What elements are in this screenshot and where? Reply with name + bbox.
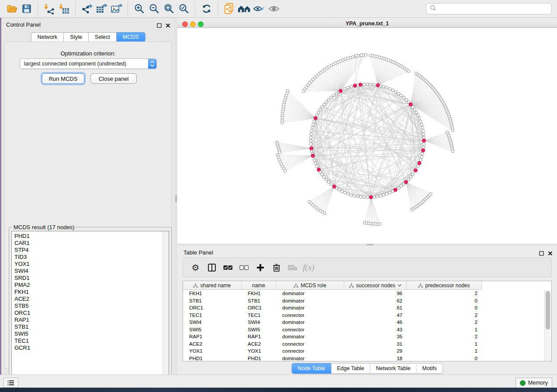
leaf-node[interactable]: [284, 169, 287, 172]
ring-node[interactable]: [394, 90, 397, 93]
ring-node[interactable]: [309, 139, 312, 142]
unselect-all-columns-icon[interactable]: [236, 260, 252, 275]
ring-node[interactable]: [325, 178, 328, 181]
ring-node[interactable]: [422, 143, 426, 146]
ring-node[interactable]: [310, 130, 313, 133]
mcds-result-item[interactable]: SWI4: [12, 268, 163, 275]
mcds-result-item[interactable]: PMA2: [12, 282, 163, 289]
ring-node[interactable]: [418, 117, 421, 120]
import-table-icon[interactable]: [57, 2, 72, 16]
table-row[interactable]: RAP1RAP1dominator352: [183, 333, 545, 340]
ring-node[interactable]: [416, 165, 419, 168]
mcds-result-list[interactable]: PHD1CAR1STP4TID3YOX1SWI4SRD1PMA2FKH1ACE2…: [11, 231, 169, 388]
ring-node[interactable]: [369, 83, 372, 86]
ring-node[interactable]: [397, 186, 400, 189]
ring-node[interactable]: [422, 136, 426, 139]
clone-network-icon[interactable]: [222, 2, 237, 16]
ring-node[interactable]: [419, 158, 422, 162]
zoom-fit-icon[interactable]: [162, 2, 176, 16]
ring-node[interactable]: [382, 85, 385, 88]
ring-node[interactable]: [422, 146, 425, 149]
ring-node[interactable]: [335, 92, 338, 95]
ring-node[interactable]: [420, 155, 423, 158]
table-row[interactable]: PHD1PHD1dominator180: [183, 355, 545, 362]
ring-node[interactable]: [314, 162, 317, 165]
ring-node[interactable]: [388, 191, 391, 194]
ring-node[interactable]: [413, 108, 416, 111]
column-header-name[interactable]: name: [242, 281, 276, 290]
ring-node[interactable]: [421, 152, 424, 155]
leaf-node[interactable]: [323, 212, 326, 215]
export-network-icon[interactable]: [80, 2, 94, 16]
mcds-hub-node[interactable]: [422, 149, 425, 152]
refresh-icon[interactable]: [199, 2, 214, 16]
ring-node[interactable]: [343, 191, 346, 194]
ring-node[interactable]: [385, 193, 388, 196]
export-image-icon[interactable]: [109, 2, 124, 16]
open-session-icon[interactable]: [4, 2, 19, 16]
mcds-hub-node[interactable]: [311, 154, 315, 158]
mcds-result-item[interactable]: PHD1: [12, 233, 163, 240]
task-history-button[interactable]: [3, 378, 18, 388]
ring-node[interactable]: [376, 195, 379, 198]
ring-node[interactable]: [317, 111, 320, 114]
network-canvas[interactable]: [177, 28, 557, 244]
ring-node[interactable]: [385, 86, 388, 89]
leaf-node[interactable]: [364, 53, 367, 56]
ring-node[interactable]: [313, 158, 316, 162]
leaf-node[interactable]: [407, 70, 410, 73]
mcds-hub-node[interactable]: [376, 83, 380, 87]
ring-node[interactable]: [319, 108, 322, 111]
ring-node[interactable]: [350, 193, 353, 196]
ring-node[interactable]: [350, 85, 353, 88]
ring-node[interactable]: [327, 98, 330, 101]
zoom-in-icon[interactable]: [132, 2, 147, 16]
ring-node[interactable]: [311, 126, 314, 129]
close-panel-button[interactable]: Close panel: [90, 73, 137, 84]
ring-node[interactable]: [409, 175, 412, 179]
tab-style[interactable]: Style: [64, 32, 89, 42]
leaf-node[interactable]: [281, 121, 284, 124]
horizontal-splitter-grip[interactable]: [367, 244, 374, 245]
mcds-result-item[interactable]: ORC1: [12, 309, 163, 316]
ring-node[interactable]: [422, 133, 425, 136]
zoom-out-icon[interactable]: [147, 2, 162, 16]
ring-node[interactable]: [315, 165, 318, 168]
ring-node[interactable]: [415, 111, 418, 114]
ring-node[interactable]: [416, 114, 419, 117]
mcds-hub-node[interactable]: [422, 139, 426, 142]
mcds-result-item[interactable]: FKH1: [12, 289, 163, 296]
table-scrollbar[interactable]: [544, 290, 551, 361]
ring-node[interactable]: [363, 83, 366, 86]
ring-node[interactable]: [422, 130, 425, 133]
tab-motifs[interactable]: Motifs: [416, 363, 443, 374]
delete-column-trash-icon[interactable]: [268, 260, 284, 275]
mcds-hub-node[interactable]: [369, 196, 373, 199]
float-panel-icon[interactable]: [157, 22, 162, 30]
table-row[interactable]: TEC1TEC1connector472: [183, 312, 545, 319]
mcds-hub-node[interactable]: [394, 188, 397, 192]
show-columns-icon[interactable]: [204, 260, 220, 275]
table-scrollbar-thumb[interactable]: [546, 291, 550, 330]
table-settings-gear-icon[interactable]: ⚙: [187, 260, 204, 275]
mcds-result-item[interactable]: YOX1: [12, 261, 163, 268]
tab-edge-table[interactable]: Edge Table: [331, 363, 370, 374]
ring-node[interactable]: [400, 185, 403, 188]
ring-node[interactable]: [412, 106, 415, 109]
column-header-MCDS-role[interactable]: MCDS role: [276, 281, 344, 290]
table-row[interactable]: SWI4SWI4dominator462: [183, 319, 545, 326]
leaf-node[interactable]: [429, 193, 432, 196]
table-row[interactable]: ORC1ORC1dominator610: [183, 304, 545, 312]
save-session-icon[interactable]: [19, 2, 34, 16]
mcds-hub-node[interactable]: [353, 84, 357, 87]
mcds-hub-node[interactable]: [314, 117, 317, 120]
search-input[interactable]: [438, 5, 551, 12]
ring-node[interactable]: [400, 94, 403, 97]
tab-network-table[interactable]: Network Table: [370, 363, 417, 374]
ring-node[interactable]: [353, 194, 356, 197]
mcds-result-item[interactable]: ACE2: [12, 296, 163, 303]
ring-node[interactable]: [346, 193, 349, 196]
ring-node[interactable]: [329, 96, 332, 99]
mcds-hub-node[interactable]: [418, 162, 421, 165]
ring-node[interactable]: [309, 143, 312, 146]
